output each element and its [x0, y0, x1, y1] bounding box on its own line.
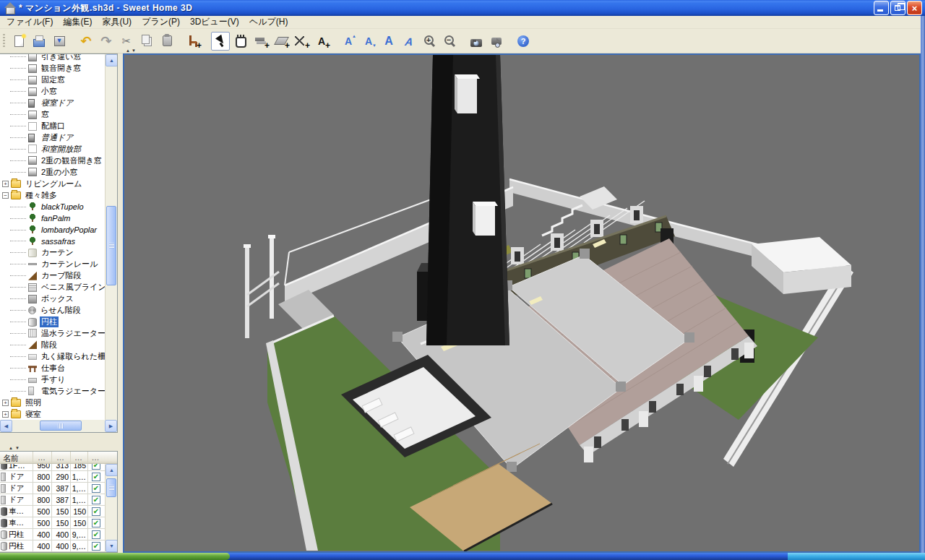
increase-text-size-button[interactable]: A	[339, 32, 358, 51]
furniture-row[interactable]: 円柱4004009,…✔	[0, 540, 106, 552]
visible-checkbox[interactable]: ✔	[92, 484, 100, 493]
catalog-item[interactable]: ボックス	[0, 293, 105, 305]
catalog-item[interactable]: 配膳口	[0, 121, 105, 132]
expand-toggle-icon[interactable]: +	[2, 400, 9, 406]
furniture-row[interactable]: 車…500150150✔	[0, 517, 106, 529]
catalog-item[interactable]: 和室開放部	[0, 144, 105, 155]
pan-button[interactable]	[231, 32, 250, 51]
toggle-bold-button[interactable]: A	[379, 32, 398, 51]
open-button[interactable]	[30, 32, 48, 51]
furniture-row[interactable]: ドア8003871,…✔	[0, 494, 106, 506]
menu-item-view3d[interactable]: 3Dビュー(V)	[185, 15, 244, 29]
column-header[interactable]: …	[88, 452, 104, 463]
catalog-item[interactable]: 手すり	[0, 374, 105, 385]
catalog-horizontal-scrollbar[interactable]: ◀ ▶	[0, 420, 117, 432]
create-video-button[interactable]	[487, 32, 506, 51]
add-texts-button[interactable]: A	[312, 32, 331, 51]
column-header[interactable]: 名前	[0, 452, 33, 463]
visible-checkbox[interactable]: ✔	[92, 496, 100, 504]
redo-button[interactable]: ↷	[97, 32, 116, 51]
furniture-row[interactable]: 円柱4004009,…✔	[0, 529, 106, 540]
undo-button[interactable]: ↶	[77, 32, 95, 51]
create-photo-button[interactable]	[467, 32, 486, 51]
column-header[interactable]: …	[71, 452, 88, 463]
furniture-row[interactable]: ドア8003871,…✔	[0, 483, 106, 494]
catalog-item[interactable]: 窓	[0, 109, 105, 121]
catalog-hscroll-thumb[interactable]	[40, 421, 82, 431]
catalog-item[interactable]: カーブ階段	[0, 270, 105, 282]
scroll-up-button[interactable]: ▲	[106, 464, 118, 476]
create-walls-button[interactable]	[251, 32, 270, 51]
catalog-item[interactable]: 小窓	[0, 86, 105, 98]
catalog-category[interactable]: +リビングルーム	[0, 178, 105, 189]
visible-checkbox[interactable]: ✔	[92, 473, 100, 481]
furniture-row[interactable]: 車…500150150✔	[0, 506, 106, 517]
add-furniture-button[interactable]	[184, 32, 203, 51]
catalog-item[interactable]: blackTupelo	[0, 201, 105, 212]
toolbar-grip[interactable]	[3, 34, 5, 48]
scroll-right-button[interactable]: ▶	[105, 420, 117, 432]
catalog-vertical-scrollbar[interactable]: ▲ ▼	[105, 54, 117, 432]
catalog-item[interactable]: 普通ドア	[0, 132, 105, 144]
catalog-item[interactable]: 丸く縁取られた柵	[0, 350, 105, 362]
catalog-category[interactable]: +照明	[0, 397, 105, 408]
catalog-category[interactable]: +寝室	[0, 408, 105, 420]
copy-button[interactable]	[137, 32, 156, 51]
menu-item-plan[interactable]: プラン(P)	[137, 15, 185, 29]
catalog-item[interactable]: 2重の小窓	[0, 166, 105, 178]
catalog-item[interactable]: らせん階段	[0, 305, 105, 316]
vertical-splitter[interactable]	[118, 53, 123, 553]
furniture-vertical-scrollbar[interactable]: ▲ ▼	[105, 464, 117, 552]
menu-item-help[interactable]: ヘルプ(H)	[244, 15, 293, 29]
visible-checkbox[interactable]: ✔	[92, 542, 100, 551]
title-bar[interactable]: * マンション外観.sh3d - Sweet Home 3D ×	[0, 0, 925, 16]
save-button[interactable]	[50, 32, 69, 51]
catalog-hscroll-track[interactable]	[12, 420, 105, 432]
zoom-in-button[interactable]: +	[420, 32, 439, 51]
view-splitter-arrows[interactable]: ▲▼	[126, 48, 137, 53]
menu-item-file[interactable]: ファイル(F)	[1, 15, 58, 29]
scroll-left-button[interactable]: ◀	[0, 420, 12, 432]
scroll-down-button[interactable]: ▼	[106, 540, 118, 552]
catalog-item[interactable]: 仕事台	[0, 362, 105, 374]
splitter-up-icon[interactable]: ▲	[9, 446, 13, 450]
catalog-category[interactable]: −種々雑多	[0, 189, 105, 201]
catalog-item[interactable]: fanPalm	[0, 212, 105, 224]
minimize-button[interactable]	[874, 1, 889, 15]
select-button[interactable]	[211, 32, 230, 51]
scroll-up-button[interactable]: ▲	[106, 54, 118, 66]
catalog-item[interactable]: 階段	[0, 339, 105, 350]
column-header[interactable]: …	[52, 452, 71, 463]
create-rooms-button[interactable]	[272, 32, 291, 51]
furniture-row[interactable]: ドア8002901,…✔	[0, 471, 106, 483]
catalog-item[interactable]: sassafras	[0, 236, 105, 247]
expand-toggle-icon[interactable]: +	[2, 411, 9, 418]
catalog-item[interactable]: 観音開き窓	[0, 63, 105, 74]
catalog-item[interactable]: 円柱	[0, 316, 105, 328]
column-header[interactable]: …	[33, 452, 52, 463]
catalog-scroll-thumb[interactable]	[106, 206, 116, 285]
splitter-down-icon[interactable]: ▼	[15, 446, 20, 450]
restore-button[interactable]	[890, 1, 905, 15]
furniture-row[interactable]: 1F…950313185✔	[0, 464, 106, 471]
new-home-button[interactable]	[9, 32, 28, 51]
catalog-item[interactable]: 固定窓	[0, 74, 105, 86]
furniture-scroll-thumb[interactable]	[106, 478, 116, 497]
3d-view[interactable]	[123, 53, 921, 553]
menu-item-furniture[interactable]: 家具(U)	[97, 15, 137, 29]
close-button[interactable]: ×	[907, 1, 922, 15]
visible-checkbox[interactable]: ✔	[92, 464, 100, 470]
3d-scene[interactable]	[124, 55, 919, 551]
visible-checkbox[interactable]: ✔	[92, 530, 100, 539]
catalog-item[interactable]: 引き違い窓	[0, 53, 105, 63]
horizontal-splitter[interactable]: ▲ ▼	[0, 445, 118, 451]
toggle-italic-button[interactable]: A	[400, 32, 418, 51]
catalog-item[interactable]: lombardyPoplar	[0, 224, 105, 236]
expand-toggle-icon[interactable]: +	[2, 181, 9, 187]
decrease-text-size-button[interactable]: A	[359, 32, 378, 51]
catalog-item[interactable]: カーテン	[0, 247, 105, 259]
catalog-item[interactable]: 電気ラジエーター	[0, 385, 105, 397]
catalog-item[interactable]: カーテンレール	[0, 259, 105, 270]
catalog-item[interactable]: 温水ラジエーター	[0, 328, 105, 340]
cut-button[interactable]: ✂	[117, 32, 136, 51]
